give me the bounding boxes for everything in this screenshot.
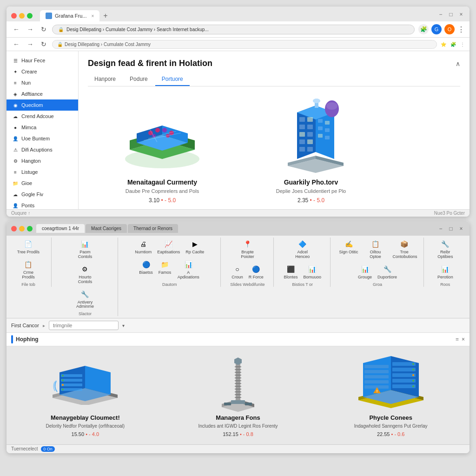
menu-icon[interactable]: ⋮ <box>457 25 465 34</box>
sidebar-item-gioe[interactable]: 📁 Gioe <box>7 178 78 189</box>
ribbon-btn-oiltou[interactable]: 📋 Oiltou Optoe <box>362 238 389 261</box>
ribbon-btn-brupte[interactable]: 📍 Brupte Poioter <box>234 238 261 261</box>
ribbon-btn-reibr[interactable]: 🔧 Reibr Optibies <box>432 238 459 261</box>
new-tab-button[interactable]: + <box>100 12 110 20</box>
product-desc-0: Daube Pre Copmrelers and Pols <box>97 188 227 194</box>
ribbon-icon-eaptis: 📈 <box>164 239 174 249</box>
app-close-button[interactable] <box>11 226 17 231</box>
app-close-icon[interactable]: × <box>457 225 465 232</box>
sidebar-item-difiacuptions[interactable]: ⚠ Difi Acuptions <box>7 144 78 155</box>
ribbon-btn-bomuuoo[interactable]: 📊 Bomuuoo <box>301 263 323 281</box>
sidebar-item-hangton[interactable]: ⚙ Hangton <box>7 155 78 166</box>
sidebar-item-nun[interactable]: ≡ Nun <box>7 77 78 88</box>
product-card-0: Menaitagaul Curmenty Daube Pre Copmreler… <box>97 99 227 204</box>
maximize-button[interactable] <box>27 13 33 19</box>
ribbon-btn-antivery[interactable]: 🔧 Antivery Adminme <box>72 288 99 311</box>
filter-search-input[interactable] <box>49 321 119 330</box>
refresh-button[interactable]: ↻ <box>39 25 48 34</box>
ribbon-btn-blontes[interactable]: ⬛ Blontes <box>282 263 299 281</box>
address-bar[interactable]: 🔒 Desig Dillepating › Cumulate Cost Jamm… <box>52 25 415 34</box>
back-button[interactable]: ← <box>11 25 21 34</box>
sidebar-item-creare[interactable]: ✦ Creare <box>7 66 78 77</box>
ribbon-btn-biaetss[interactable]: 🔵 Biaetss <box>137 258 155 281</box>
address-text: Desig Dillepating › Cumulate Cost Jammy … <box>66 27 209 32</box>
user-icon[interactable]: O <box>444 24 455 34</box>
bookmark-icon[interactable]: ⭐ <box>441 42 446 47</box>
sidebar-item-ponts[interactable]: 👤 Ponts <box>7 200 78 209</box>
ribbon-label-brupte: Brupte Poioter <box>236 250 259 259</box>
tab-portuore[interactable]: Portuore <box>155 73 190 86</box>
sidebar-item-haunfece[interactable]: ☰ Haur Fece <box>7 55 78 66</box>
forward-button[interactable]: → <box>25 25 35 34</box>
settings-icon[interactable]: ⋮ <box>460 42 465 47</box>
app-product-image-0 <box>48 354 122 410</box>
breadcrumb-address[interactable]: 🔒 Desig Dillepating › Cumulate Cost Jamm… <box>52 40 437 49</box>
ribbon-buttons-dautom: 🖨 Numtiom 📈 Eaptisations ▶ Rp Caolte 🔵 B… <box>124 238 216 281</box>
ribbon-btn-duport[interactable]: 🔧 Duportiore <box>376 263 399 281</box>
ribbon-btn-numtiom[interactable]: 🖨 Numtiom <box>133 238 153 256</box>
ribbon-btn-sign[interactable]: ✍ Sign Otitic <box>337 238 360 261</box>
ribbon-btn-troe[interactable]: 📦 Troe Contobutions <box>391 238 418 261</box>
ribbon-btn-crme[interactable]: 📋 Crme Prodils <box>15 258 42 281</box>
browser-minimize-icon[interactable]: − <box>437 11 444 18</box>
ribbon-btn-hourto[interactable]: ⚙ Hourto Contols <box>72 263 99 286</box>
extensions-icon[interactable]: 🧩 <box>450 42 456 47</box>
svg-rect-86 <box>392 384 416 388</box>
app-maximize-button[interactable] <box>27 226 33 231</box>
app-minimize-icon[interactable]: − <box>437 225 444 232</box>
panel-close-button[interactable]: × <box>462 336 465 343</box>
app-tab-1[interactable]: Maot Caoriges <box>86 224 127 233</box>
svg-rect-85 <box>392 379 416 383</box>
ribbon-btn-croun[interactable]: ○ Croun <box>230 263 245 281</box>
ribbon-group-filetob: 📄 Tree Prodils 📋 Crme Prodils File tob <box>10 238 52 287</box>
ribbon-btn-rpcaolte[interactable]: ▶ Rp Caolte <box>184 238 206 256</box>
browser-tab-active[interactable]: Grafana Fru... × <box>40 10 99 21</box>
tab-podure[interactable]: Podure <box>123 73 154 86</box>
sidebar-item-uoebuntem[interactable]: 👤 Uoe Buntem <box>7 133 78 144</box>
app-svg-rack <box>48 354 122 405</box>
sidebar-item-goglefiv[interactable]: ☁ Gogle Fiv <box>7 189 78 200</box>
ribbon-btn-rforce[interactable]: 🔵 R Force <box>247 263 265 281</box>
ribbon-btn-paom[interactable]: 📊 Paom Contols <box>72 238 99 261</box>
breadcrumb-forward[interactable]: → <box>25 40 35 49</box>
breadcrumb-back[interactable]: ← <box>11 40 21 49</box>
ribbon-btn-famos[interactable]: 📁 Famos <box>157 258 173 281</box>
svg-text:!: ! <box>376 389 377 393</box>
svg-point-8 <box>155 128 160 132</box>
panel-minimize-button[interactable]: = <box>456 336 459 343</box>
tab-hanpore[interactable]: Hanpore <box>88 73 122 86</box>
svg-rect-33 <box>325 121 330 125</box>
ribbon-btn-adcel[interactable]: 🔷 Adcel Henceo <box>289 238 316 261</box>
minimize-button[interactable] <box>19 13 25 19</box>
svg-rect-27 <box>307 132 313 137</box>
sidebar-item-quecliom[interactable]: ◉ Quecliom <box>7 99 78 111</box>
browser-restore-icon[interactable]: □ <box>447 11 455 18</box>
sidebar-item-listuge[interactable]: ≡ Listuge <box>7 166 78 178</box>
collapse-button[interactable]: ∧ <box>456 60 460 67</box>
ribbon-group-label-groa: Groa <box>373 282 382 287</box>
sidebar-item-mimca[interactable]: ● Mimca <box>7 122 78 133</box>
profile-icon[interactable]: G <box>431 24 442 34</box>
app-minimize-button[interactable] <box>19 226 25 231</box>
ribbon-btn-eaptis[interactable]: 📈 Eaptisations <box>155 238 182 256</box>
app-restore-icon[interactable]: □ <box>447 225 455 232</box>
ribbon-icon-rpcaolte: ▶ <box>190 239 200 249</box>
browser-tab-bar: Grafana Fru... × + <box>40 10 433 21</box>
sidebar-item-crendadcoue[interactable]: ☁ Crend Adcoue <box>7 111 78 122</box>
extension-icon-1[interactable]: 🧩 <box>418 24 429 34</box>
breadcrumb-refresh[interactable]: ↻ <box>39 40 48 49</box>
ribbon-btn-aapdio[interactable]: 📊 A Apdioations <box>175 258 202 281</box>
ribbon-btn-perotion[interactable]: 📊 Perotion <box>436 263 455 281</box>
product-card-1: Guarkily Pho.torv Deplie Joes Culidentie… <box>246 99 376 204</box>
ribbon-icon-crme: 📋 <box>23 259 33 270</box>
app-tab-0[interactable]: coeagrttown 1 44r <box>36 224 85 233</box>
sidebar-item-adftiance[interactable]: ◈ Adftiance <box>7 88 78 99</box>
sidebar-label-haunfece: Haur Fece <box>21 58 45 63</box>
tab-close-icon[interactable]: × <box>91 13 94 19</box>
app-product-image-1 <box>201 354 275 410</box>
ribbon-btn-grouge[interactable]: 📊 Grouge <box>356 263 374 281</box>
close-button[interactable] <box>11 13 17 19</box>
browser-close-icon[interactable]: × <box>457 11 465 18</box>
ribbon-btn-tree[interactable]: 📄 Tree Prodils <box>15 238 41 256</box>
app-tab-2[interactable]: Thernad or Renors <box>128 224 178 233</box>
